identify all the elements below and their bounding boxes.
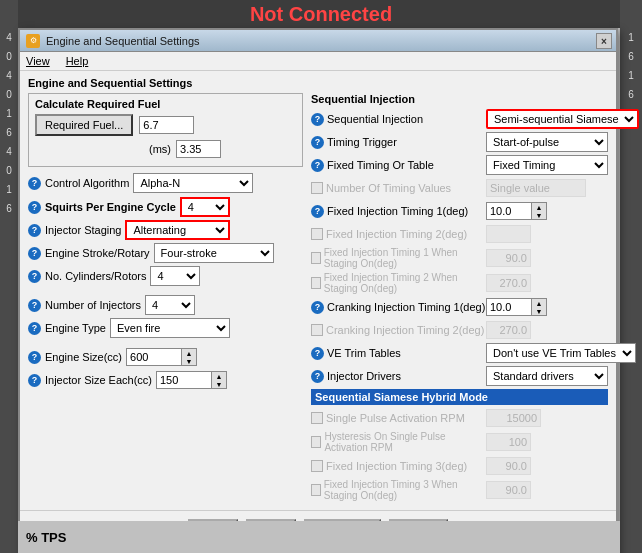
fixed-timing-row: ? Fixed Timing Or Table Fixed Timing Tim… — [311, 155, 608, 175]
timing3-staging-label: Fixed Injection Timing 3 When Staging On… — [324, 479, 486, 501]
seq-injection-row: ? Sequential Injection Sequential Semi-s… — [311, 109, 608, 129]
injector-size-input[interactable] — [156, 371, 211, 389]
dialog-close-button[interactable]: × — [596, 33, 612, 49]
cranking-timing1-help-icon[interactable]: ? — [311, 301, 324, 314]
fixed-inj-timing1-staging-row: Fixed Injection Timing 1 When Staging On… — [311, 247, 608, 269]
injector-size-down-button[interactable]: ▼ — [212, 380, 226, 388]
seq-injection-help-icon[interactable]: ? — [311, 113, 324, 126]
ms-value-input[interactable] — [176, 140, 221, 158]
cranking-timing1-up[interactable]: ▲ — [532, 299, 546, 307]
control-algorithm-label: Control Algorithm — [45, 177, 129, 189]
squirts-help-icon[interactable]: ? — [28, 201, 41, 214]
fixed-inj-timing1-up[interactable]: ▲ — [532, 203, 546, 211]
fixed-timing-select[interactable]: Fixed Timing Timing Table — [486, 155, 608, 175]
ve-trim-tables-row: ? VE Trim Tables Don't use VE Trim Table… — [311, 343, 608, 363]
injector-drivers-help-icon[interactable]: ? — [311, 370, 324, 383]
menu-bar: View Help — [20, 52, 616, 71]
engine-type-select[interactable]: Even fire Odd fire — [110, 318, 230, 338]
menu-view[interactable]: View — [24, 54, 52, 68]
ve-trim-select[interactable]: Don't use VE Trim Tables Use VE Trim Tab… — [486, 343, 636, 363]
timing2-staging-input — [486, 274, 531, 292]
seq-injection-label: Sequential Injection — [327, 113, 423, 125]
num-cylinders-help-icon[interactable]: ? — [28, 270, 41, 283]
timing-trigger-help-icon[interactable]: ? — [311, 136, 324, 149]
calc-fuel-section: Calculate Required Fuel Required Fuel...… — [28, 93, 303, 167]
fixed-inj-timing2-row: Fixed Injection Timing 2(deg) — [311, 224, 608, 244]
ve-trim-label: VE Trim Tables — [327, 347, 401, 359]
squirts-select[interactable]: 1 2 4 8 — [180, 197, 230, 217]
cranking-timing2-label: Cranking Injection Timing 2(deg) — [326, 324, 484, 336]
fixed-inj-timing1-spinner: ▲ ▼ — [486, 202, 547, 220]
num-timing-input — [486, 179, 586, 197]
timing-trigger-select[interactable]: Start-of-pulse End-of-pulse — [486, 132, 608, 152]
squirts-label: Squirts Per Engine Cycle — [45, 201, 176, 213]
num-injectors-help-icon[interactable]: ? — [28, 299, 41, 312]
single-pulse-rpm-row: Single Pulse Activation RPM — [311, 408, 608, 428]
hysteresis-checkbox — [311, 436, 321, 448]
num-cylinders-select[interactable]: 1234 — [150, 266, 200, 286]
fixed-inj-timing1-down[interactable]: ▼ — [532, 211, 546, 219]
hysteresis-label: Hysteresis On Single Pulse Activation RP… — [324, 431, 486, 453]
fixed-timing-label: Fixed Timing Or Table — [327, 159, 434, 171]
num-injectors-label: Number of Injectors — [45, 299, 141, 311]
engine-stroke-row: ? Engine Stroke/Rotary Four-stroke Two-s… — [28, 243, 303, 263]
timing3-staging-input — [486, 481, 531, 499]
right-panel: Sequential Injection ? Sequential Inject… — [311, 93, 608, 504]
fixed-inj-timing2-label: Fixed Injection Timing 2(deg) — [326, 228, 467, 240]
cranking-inj-timing1-row: ? Cranking Injection Timing 1(deg) ▲ ▼ — [311, 297, 608, 317]
fuel-value-input[interactable] — [139, 116, 194, 134]
control-algorithm-help-icon[interactable]: ? — [28, 177, 41, 190]
cranking-timing1-spinner: ▲ ▼ — [486, 298, 547, 316]
engine-size-down-button[interactable]: ▼ — [182, 357, 196, 365]
timing-trigger-row: ? Timing Trigger Start-of-pulse End-of-p… — [311, 132, 608, 152]
timing1-staging-input — [486, 249, 531, 267]
engine-settings-dialog: ⚙ Engine and Sequential Settings × View … — [18, 28, 618, 553]
hybrid-mode-label: Sequential Siamese Hybrid Mode — [315, 391, 488, 403]
timing3-staging-checkbox — [311, 484, 321, 496]
hybrid-mode-row[interactable]: Sequential Siamese Hybrid Mode — [311, 389, 608, 405]
engine-size-spinner: ▲ ▼ — [126, 348, 197, 366]
dialog-icon: ⚙ — [26, 34, 40, 48]
engine-stroke-help-icon[interactable]: ? — [28, 247, 41, 260]
engine-type-help-icon[interactable]: ? — [28, 322, 41, 335]
cranking-timing1-input[interactable] — [486, 298, 531, 316]
menu-help[interactable]: Help — [64, 54, 91, 68]
engine-stroke-select[interactable]: Four-stroke Two-stroke Rotary — [154, 243, 274, 263]
seq-injection-select[interactable]: Sequential Semi-sequential Semi-sequenti… — [486, 109, 639, 129]
injector-staging-help-icon[interactable]: ? — [28, 224, 41, 237]
num-injectors-select[interactable]: 1234 — [145, 295, 195, 315]
ms-label: (ms) — [149, 140, 221, 158]
engine-size-input[interactable] — [126, 348, 181, 366]
cranking-timing1-label: Cranking Injection Timing 1(deg) — [327, 301, 485, 313]
injector-drivers-label: Injector Drivers — [327, 370, 401, 382]
cranking-timing2-input — [486, 321, 531, 339]
bottom-status-bar: % TPS — [18, 521, 620, 553]
num-cylinders-label: No. Cylinders/Rotors — [45, 270, 146, 282]
required-fuel-button[interactable]: Required Fuel... — [35, 114, 133, 136]
fixed-inj-timing1-label: Fixed Injection Timing 1(deg) — [327, 205, 468, 217]
timing3-checkbox — [311, 460, 323, 472]
control-algorithm-select[interactable]: Alpha-N Speed Density MAF — [133, 173, 253, 193]
fixed-inj-timing1-input[interactable] — [486, 202, 531, 220]
engine-size-up-button[interactable]: ▲ — [182, 349, 196, 357]
dialog-title-text: Engine and Sequential Settings — [46, 35, 200, 47]
cranking-timing1-down[interactable]: ▼ — [532, 307, 546, 315]
injector-drivers-select[interactable]: Standard drivers High-Z drivers — [486, 366, 608, 386]
timing-trigger-label: Timing Trigger — [327, 136, 397, 148]
injector-size-up-button[interactable]: ▲ — [212, 372, 226, 380]
engine-size-help-icon[interactable]: ? — [28, 351, 41, 364]
fixed-inj-timing3-row: Fixed Injection Timing 3(deg) — [311, 456, 608, 476]
injector-size-help-icon[interactable]: ? — [28, 374, 41, 387]
fixed-inj-timing3-staging-row: Fixed Injection Timing 3 When Staging On… — [311, 479, 608, 501]
cranking-inj-timing2-row: Cranking Injection Timing 2(deg) — [311, 320, 608, 340]
fixed-timing-help-icon[interactable]: ? — [311, 159, 324, 172]
injector-size-row: ? Injector Size Each(cc) ▲ ▼ — [28, 370, 303, 390]
timing2-staging-label: Fixed Injection Timing 2 When Staging On… — [324, 272, 486, 294]
ve-trim-help-icon[interactable]: ? — [311, 347, 324, 360]
injector-size-spinner-buttons: ▲ ▼ — [211, 371, 227, 389]
hysteresis-input — [486, 433, 531, 451]
single-pulse-label: Single Pulse Activation RPM — [326, 412, 465, 424]
fixed-inj-timing1-help-icon[interactable]: ? — [311, 205, 324, 218]
left-panel: Calculate Required Fuel Required Fuel...… — [28, 93, 303, 504]
injector-staging-select[interactable]: None Alternating Simultaneous — [125, 220, 230, 240]
